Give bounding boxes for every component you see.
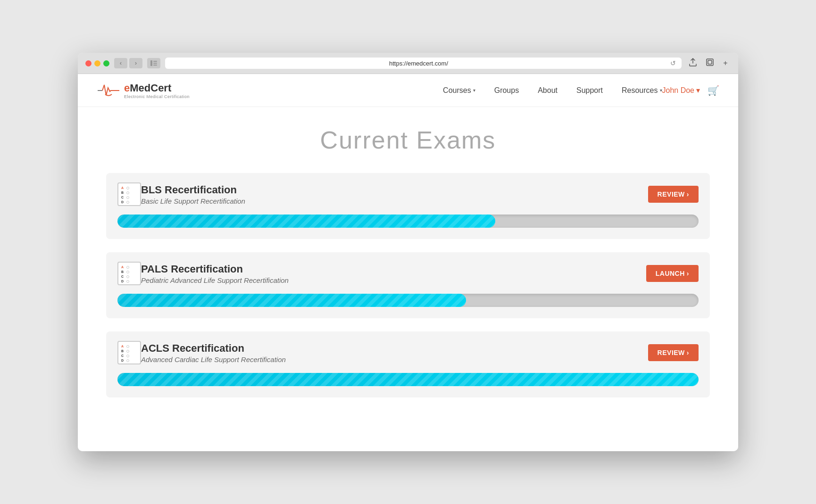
nav-label-support: Support [576,86,603,95]
nav-item-support[interactable]: Support [576,86,603,95]
nav-item-courses[interactable]: Courses ▾ [443,86,475,95]
exam-header-acls: A B C D [117,341,699,364]
user-chevron-icon: ▾ [696,86,700,95]
nav-label-resources: Resources [622,86,658,95]
forward-button[interactable]: › [129,58,142,68]
exam-subtitle-acls: Advanced Cardiac Life Support Recertific… [141,355,648,364]
svg-rect-4 [707,59,713,66]
nav-label-courses: Courses [443,86,471,95]
share-button[interactable] [686,58,699,68]
browser-chrome: ‹ › https://emedcert.com/ ↺ [78,53,738,74]
progress-bar-pals [117,294,699,307]
progress-bar-bls [117,215,699,228]
back-button[interactable]: ‹ [114,58,127,68]
svg-rect-0 [150,60,152,66]
cart-icon[interactable]: 🛒 [708,85,719,96]
exam-subtitle-bls: Basic Life Support Recertification [141,197,648,205]
browser-nav-buttons: ‹ › [114,58,142,68]
progress-bar-acls [117,373,699,386]
browser-actions: + [686,58,731,68]
nav-link-courses[interactable]: Courses ▾ [443,86,475,95]
exam-icon-bls: A B C D [117,182,141,206]
url-display: https://emedcert.com/ [171,60,666,67]
user-menu[interactable]: John Doe ▾ [662,86,700,95]
nav-link-support[interactable]: Support [576,86,603,95]
exam-title-bls: BLS Recertification [141,184,648,196]
nav-item-about[interactable]: About [538,86,558,95]
logo[interactable]: eMedCert Electronic Medical Certificatio… [97,81,190,100]
nav-links: Courses ▾ Groups About Support [443,86,662,95]
browser-window: ‹ › https://emedcert.com/ ↺ [78,53,738,451]
nav-label-about: About [538,86,558,95]
traffic-light-yellow[interactable] [94,60,100,66]
progress-fill-pals [117,294,466,307]
chevron-down-icon: ▾ [473,88,475,93]
logo-icon [97,81,120,100]
website-content: eMedCert Electronic Medical Certificatio… [78,74,738,451]
fullscreen-button[interactable] [703,58,716,68]
browser-titlebar: ‹ › https://emedcert.com/ ↺ [85,58,731,69]
reload-button[interactable]: ↺ [670,59,676,67]
exam-header-pals: A B C D [117,262,699,285]
traffic-lights [85,60,109,66]
exam-subtitle-pals: Pediatric Advanced Life Support Recertif… [141,276,646,284]
user-name: John Doe [662,86,695,95]
nav-link-groups[interactable]: Groups [494,86,519,95]
svg-rect-5 [708,60,712,64]
navbar: eMedCert Electronic Medical Certificatio… [78,74,738,107]
svg-rect-3 [153,65,157,66]
review-button-acls[interactable]: REVIEW › [648,344,699,361]
page-content: Current Exams A B C [78,107,738,439]
exam-card-pals: A B C D [106,252,710,318]
exam-info-acls: ACLS Recertification Advanced Cardiac Li… [141,342,648,364]
page-title: Current Exams [106,126,710,154]
progress-fill-acls [117,373,699,386]
exam-card-acls: A B C D [106,331,710,397]
nav-item-resources[interactable]: Resources ▾ [622,86,662,95]
nav-link-about[interactable]: About [538,86,558,95]
exam-title-pals: PALS Recertification [141,263,646,275]
svg-rect-1 [153,61,157,62]
exam-title-acls: ACLS Recertification [141,342,648,355]
exam-header-bls: A B C D [117,182,699,206]
nav-item-groups[interactable]: Groups [494,86,519,95]
launch-button-pals[interactable]: LAUNCH › [646,265,699,282]
exam-card-bls: A B C D [106,173,710,239]
progress-fill-bls [117,215,495,228]
svg-rect-2 [153,63,157,64]
exam-info-bls: BLS Recertification Basic Life Support R… [141,184,648,205]
nav-label-groups: Groups [494,86,519,95]
sidebar-toggle-button[interactable] [147,58,160,68]
traffic-light-red[interactable] [85,60,92,66]
exam-info-pals: PALS Recertification Pediatric Advanced … [141,263,646,284]
exam-icon-pals: A B C D [117,262,141,285]
review-button-bls[interactable]: REVIEW › [648,186,699,203]
exam-icon-acls: A B C D [117,341,141,364]
address-bar[interactable]: https://emedcert.com/ ↺ [165,58,682,69]
logo-subtitle: Electronic Medical Certification [124,94,190,99]
arrow-icon-acls: › [687,349,689,356]
arrow-icon-bls: › [687,190,689,198]
logo-text: eMedCert Electronic Medical Certificatio… [124,82,190,99]
arrow-icon-pals: › [687,270,689,277]
logo-name: eMedCert [124,82,190,94]
nav-link-resources[interactable]: Resources ▾ [622,86,662,95]
new-tab-button[interactable]: + [720,58,731,68]
traffic-light-green[interactable] [103,60,109,66]
